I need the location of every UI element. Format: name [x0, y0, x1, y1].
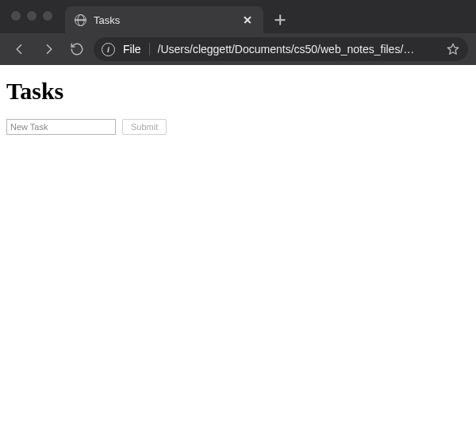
forward-button[interactable] — [36, 37, 60, 61]
address-bar[interactable]: File /Users/cleggett/Documents/cs50/web_… — [94, 37, 468, 61]
new-tab-button[interactable] — [270, 10, 290, 30]
reload-button[interactable] — [65, 37, 89, 61]
new-task-input[interactable] — [6, 119, 116, 135]
submit-button[interactable]: Submit — [122, 119, 167, 135]
window-close-dot[interactable] — [11, 11, 21, 21]
window-zoom-dot[interactable] — [43, 11, 52, 21]
window-minimize-dot[interactable] — [27, 11, 36, 21]
page-content: Tasks Submit — [0, 65, 476, 147]
window-traffic-lights[interactable] — [11, 11, 52, 21]
url-scheme: File — [123, 43, 141, 56]
page-title: Tasks — [6, 78, 470, 105]
browser-chrome: Tasks File /Users/cleggett/Documents/cs5… — [0, 0, 476, 65]
address-separator — [149, 43, 150, 56]
tab-title: Tasks — [94, 14, 234, 26]
toolbar: File /Users/cleggett/Documents/cs50/web_… — [0, 33, 476, 65]
browser-tab[interactable]: Tasks — [65, 6, 263, 33]
tab-strip: Tasks — [0, 0, 476, 33]
site-info-icon[interactable] — [102, 43, 115, 56]
bookmark-star-icon[interactable] — [441, 37, 465, 61]
globe-icon — [75, 14, 86, 26]
back-button[interactable] — [8, 37, 32, 61]
close-icon[interactable] — [241, 13, 254, 26]
url-path: /Users/cleggett/Documents/cs50/web_notes… — [158, 43, 433, 56]
svg-marker-0 — [447, 44, 459, 54]
task-form: Submit — [6, 119, 470, 135]
